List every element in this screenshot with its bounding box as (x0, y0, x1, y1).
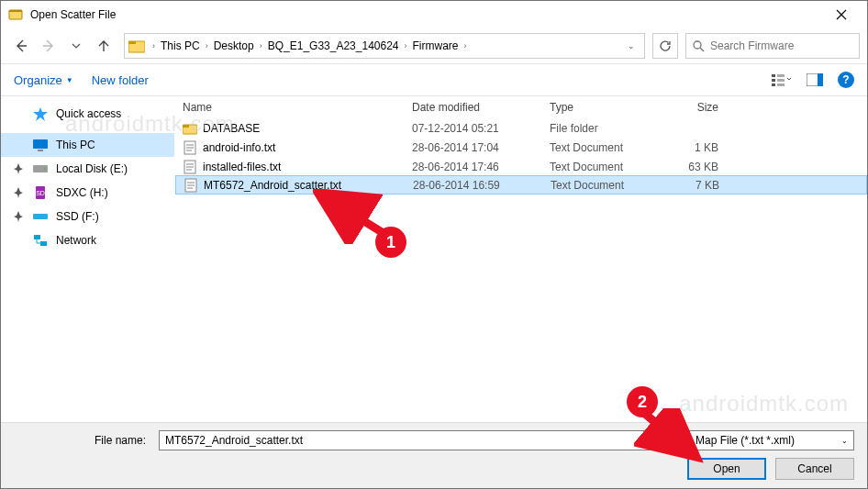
txt-file-icon (183, 160, 197, 174)
refresh-button[interactable] (652, 33, 678, 59)
svg-rect-12 (818, 73, 823, 86)
bottom-bar: File name: Map File (*.txt *.xml) ⌄ Open… (1, 422, 867, 488)
organize-label: Organize (14, 73, 62, 87)
ssd-icon (32, 209, 49, 224)
view-icon (772, 72, 792, 87)
svg-rect-1 (9, 10, 22, 12)
pin-icon (12, 210, 25, 223)
sidebar-item[interactable]: SDSDXC (H:) (1, 181, 174, 205)
chevron-right-icon: › (204, 41, 210, 50)
breadcrumb-item[interactable]: This PC (157, 39, 204, 52)
svg-rect-3 (128, 41, 136, 44)
network-icon (32, 233, 49, 248)
svg-rect-6 (772, 79, 775, 82)
sidebar-item[interactable]: Network (1, 228, 174, 252)
view-button[interactable] (772, 70, 792, 90)
pin-icon (12, 186, 25, 199)
organize-button[interactable]: Organize▼ (14, 73, 73, 87)
recent-dropdown[interactable] (63, 33, 89, 59)
column-size[interactable]: Size (662, 101, 726, 114)
file-type: File folder (542, 122, 662, 135)
svg-text:SD: SD (36, 190, 45, 196)
folder-icon (128, 39, 145, 53)
open-label: Open (713, 462, 740, 475)
sidebar-item-label: SDXC (H:) (56, 186, 108, 199)
svg-rect-14 (33, 139, 48, 149)
back-button[interactable] (8, 33, 34, 59)
sidebar-item[interactable]: This PC (1, 133, 174, 157)
sd-icon: SD (32, 185, 49, 200)
close-button[interactable] (823, 1, 860, 28)
column-type[interactable]: Type (542, 101, 662, 114)
open-button[interactable]: Open (687, 458, 766, 480)
sidebar-item-label: Local Disk (E:) (56, 162, 128, 175)
chevron-down-icon: ▼ (66, 76, 73, 84)
sidebar-item-label: SSD (F:) (56, 210, 99, 223)
file-size: 7 KB (662, 179, 727, 192)
column-date[interactable]: Date modified (405, 101, 542, 114)
file-row[interactable]: android-info.txt 28-06-2014 17:04 Text D… (175, 138, 867, 157)
svg-rect-21 (34, 235, 40, 239)
up-button[interactable] (91, 33, 117, 59)
forward-button[interactable] (36, 33, 61, 59)
file-type: Text Document (543, 179, 662, 192)
filetype-select[interactable]: Map File (*.txt *.xml) ⌄ (689, 430, 854, 450)
breadcrumb-item[interactable]: Firmware (409, 39, 462, 52)
svg-rect-24 (183, 125, 189, 128)
preview-icon (807, 73, 823, 86)
sidebar-item-label: Network (56, 234, 96, 247)
svg-rect-7 (772, 83, 775, 86)
chevron-right-icon: › (462, 41, 469, 50)
sidebar-item[interactable]: Local Disk (E:) (1, 157, 174, 181)
file-name: installed-files.txt (203, 161, 281, 173)
search-box[interactable] (685, 33, 860, 59)
navbar: › This PC › Desktop › BQ_E1_G33_A23_1406… (1, 28, 867, 63)
preview-pane-button[interactable] (805, 70, 825, 90)
svg-rect-10 (777, 83, 785, 86)
breadcrumb-item[interactable]: BQ_E1_G33_A23_140624 (264, 39, 403, 52)
svg-rect-9 (777, 79, 785, 82)
cancel-button[interactable]: Cancel (775, 458, 854, 480)
star-icon (32, 106, 49, 121)
search-input[interactable] (710, 39, 853, 52)
column-name[interactable]: Name (175, 101, 405, 114)
file-name: MT6572_Android_scatter.txt (204, 179, 341, 192)
chevron-right-icon: › (258, 41, 264, 50)
filetype-label: Map File (*.txt *.xml) (696, 434, 795, 447)
close-icon (836, 9, 847, 20)
disk-icon (32, 161, 49, 176)
breadcrumb-item[interactable]: Desktop (210, 39, 258, 52)
column-headers: Name Date modified Type Size (175, 96, 867, 118)
sidebar-item-label: Quick access (56, 107, 121, 120)
file-date: 28-06-2014 17:04 (405, 141, 542, 154)
titlebar: Open Scatter File (1, 1, 867, 28)
svg-marker-13 (33, 107, 48, 121)
sidebar-item[interactable]: SSD (F:) (1, 205, 174, 228)
file-size: 63 KB (662, 161, 726, 173)
app-icon (8, 7, 23, 22)
main-area: Quick accessThis PCLocal Disk (E:)SDSDXC… (1, 96, 867, 422)
svg-rect-22 (40, 241, 47, 246)
chevron-down-icon (72, 41, 81, 50)
file-date: 28-06-2014 17:46 (405, 161, 542, 173)
file-name: android-info.txt (203, 141, 275, 154)
refresh-icon (659, 39, 672, 52)
window-title: Open Scatter File (30, 8, 823, 21)
txt-file-icon (183, 140, 197, 155)
file-row[interactable]: DATABASE 07-12-2014 05:21 File folder (175, 118, 867, 138)
sidebar-item[interactable]: Quick access (1, 102, 174, 126)
file-row[interactable]: installed-files.txt 28-06-2014 17:46 Tex… (175, 157, 867, 176)
svg-rect-15 (38, 150, 43, 151)
file-type: Text Document (542, 141, 662, 154)
arrow-right-icon (41, 39, 56, 53)
filename-input[interactable] (159, 430, 682, 450)
svg-rect-8 (777, 74, 785, 77)
breadcrumb[interactable]: › This PC › Desktop › BQ_E1_G33_A23_1406… (124, 33, 645, 59)
history-dropdown[interactable]: ⌄ (622, 41, 640, 50)
folder-icon (183, 121, 197, 136)
file-row[interactable]: MT6572_Android_scatter.txt 28-06-2014 16… (175, 175, 867, 194)
help-button[interactable]: ? (838, 72, 854, 88)
new-folder-button[interactable]: New folder (92, 73, 149, 87)
file-list: Name Date modified Type Size DATABASE 07… (175, 96, 867, 422)
chevron-right-icon: › (150, 41, 157, 50)
